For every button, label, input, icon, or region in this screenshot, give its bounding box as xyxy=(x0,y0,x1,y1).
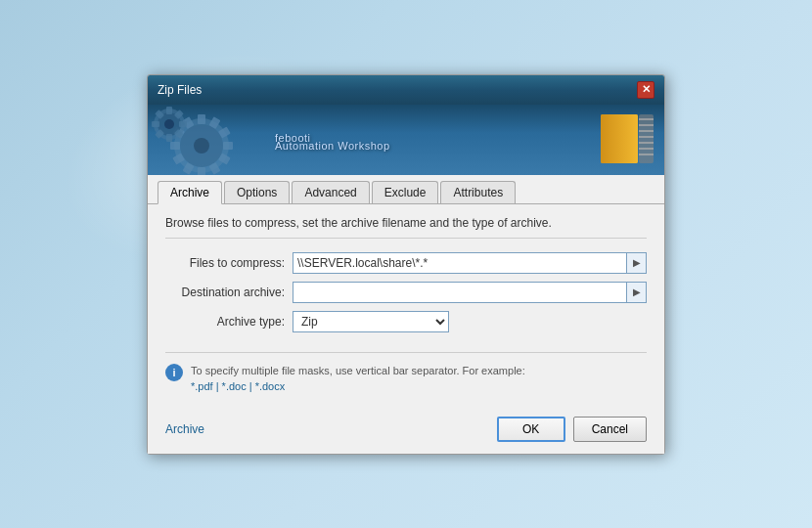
files-input-wrap: ▶ xyxy=(293,252,647,274)
archive-type-select[interactable]: Zip 7z Tar GZip BZip2 xyxy=(293,311,449,332)
tab-advanced[interactable]: Advanced xyxy=(292,181,369,203)
banner-product: Automation Workshop xyxy=(275,140,390,152)
title-bar: Zip Files ✕ xyxy=(148,75,664,105)
svg-rect-27 xyxy=(601,114,638,163)
ok-button[interactable]: OK xyxy=(497,417,565,442)
banner-gears-icon xyxy=(148,105,275,175)
banner: febooti Automation Workshop xyxy=(148,105,664,175)
svg-rect-9 xyxy=(198,167,205,175)
files-label: Files to compress: xyxy=(165,256,293,270)
info-icon: i xyxy=(165,364,183,381)
tab-description: Browse files to compress, set the archiv… xyxy=(165,216,647,239)
archive-type-row: Archive type: Zip 7z Tar GZip BZip2 xyxy=(165,311,647,332)
info-section: i To specify multiple file masks, use ve… xyxy=(165,352,647,395)
svg-point-17 xyxy=(164,119,174,129)
cancel-button[interactable]: Cancel xyxy=(573,417,647,442)
info-description: To specify multiple file masks, use vert… xyxy=(191,365,525,376)
archive-type-wrap: Zip 7z Tar GZip BZip2 xyxy=(293,311,647,332)
tab-content: Browse files to compress, set the archiv… xyxy=(148,204,664,407)
svg-point-2 xyxy=(194,138,209,154)
svg-rect-12 xyxy=(170,142,180,150)
svg-rect-24 xyxy=(152,121,159,127)
footer-link[interactable]: Archive xyxy=(165,422,204,436)
close-button[interactable]: ✕ xyxy=(637,81,654,99)
zip-files-dialog: Zip Files ✕ xyxy=(147,74,665,455)
files-to-compress-row: Files to compress: ▶ xyxy=(165,252,647,274)
tab-archive[interactable]: Archive xyxy=(158,181,222,204)
dialog-title: Zip Files xyxy=(158,83,202,97)
svg-rect-3 xyxy=(198,114,205,124)
destination-input[interactable] xyxy=(293,282,627,303)
info-text: To specify multiple file masks, use vert… xyxy=(191,363,525,395)
svg-rect-6 xyxy=(223,142,233,150)
banner-title: febooti Automation Workshop xyxy=(275,132,390,148)
info-example: *.pdf | *.doc | *.docx xyxy=(191,380,285,392)
svg-rect-28 xyxy=(639,114,654,163)
footer-buttons: OK Cancel xyxy=(497,417,647,442)
destination-input-wrap: ▶ xyxy=(293,282,647,303)
destination-browse-button[interactable]: ▶ xyxy=(627,282,647,303)
files-input[interactable] xyxy=(293,252,627,274)
svg-rect-18 xyxy=(166,107,172,114)
destination-row: Destination archive: ▶ xyxy=(165,282,647,303)
tab-attributes[interactable]: Attributes xyxy=(440,181,516,203)
banner-document-icon xyxy=(596,110,654,170)
svg-rect-22 xyxy=(166,134,172,142)
footer: Archive OK Cancel xyxy=(148,407,664,454)
destination-label: Destination archive: xyxy=(165,286,293,299)
tab-exclude[interactable]: Exclude xyxy=(372,181,439,203)
svg-rect-20 xyxy=(179,121,187,127)
tab-strip: Archive Options Advanced Exclude Attribu… xyxy=(148,175,664,204)
archive-type-label: Archive type: xyxy=(165,315,293,329)
tab-options[interactable]: Options xyxy=(224,181,290,203)
files-browse-button[interactable]: ▶ xyxy=(627,252,647,274)
